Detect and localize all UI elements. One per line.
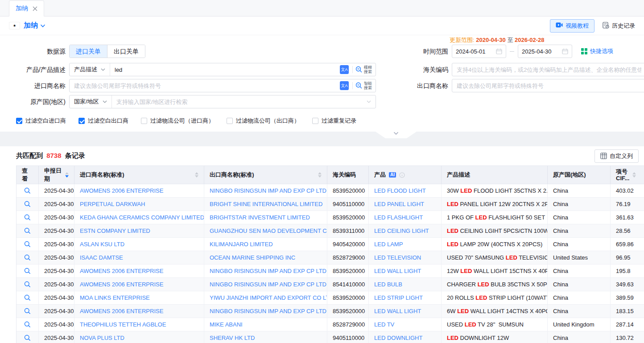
view-record-button[interactable] <box>24 254 31 261</box>
exporter-link[interactable]: KILIMANJARO LIMITED <box>210 241 273 248</box>
importer-link[interactable]: AWOMENS 2006 ENTERPRISE <box>80 281 163 288</box>
translate-icon[interactable]: 文A <box>340 65 349 74</box>
highlighted-keyword: LED <box>447 201 458 207</box>
exporter-link[interactable]: GUANGZHOU SEN MAO DEVELOPMENT C... <box>210 227 327 234</box>
checkbox-icon[interactable] <box>312 118 318 124</box>
date-to-picker[interactable]: 2025-04-30 <box>518 45 572 58</box>
chevron-down-icon[interactable] <box>40 24 45 28</box>
product-link[interactable]: LED DOWNLIGHT <box>374 335 422 341</box>
highlighted-keyword: LED <box>460 187 472 194</box>
importer-link[interactable]: ISAAC DAMTSE <box>80 254 123 261</box>
quick-options-button[interactable]: 快捷选项 <box>581 47 613 55</box>
exporter-link[interactable]: SHERAV HK LTD <box>210 335 255 341</box>
importer-link[interactable]: PERPETUAL DARKWAH <box>80 201 145 207</box>
product-type-select[interactable]: 产品描述 <box>70 63 110 76</box>
exporter-link[interactable]: YIWU JIANZHI IMPORT AND EXPORT CO LTD <box>210 294 327 301</box>
view-record-button[interactable] <box>24 281 31 288</box>
table-row: 2025-04-30 AWOMENS 2006 ENTERPRISE NINGB… <box>17 264 644 278</box>
product-link[interactable]: LED TELEVISION <box>374 254 421 261</box>
importer-link[interactable]: ASLAN KSU LTD <box>80 241 124 248</box>
tab-ghana[interactable]: 加纳 <box>9 0 44 17</box>
magnifier-icon <box>24 227 31 234</box>
importer-search-input[interactable] <box>70 80 340 91</box>
view-record-button[interactable] <box>24 308 31 314</box>
hs-code-input[interactable] <box>452 63 644 76</box>
checkbox-checked-icon[interactable] <box>16 118 22 124</box>
declaration-date: 2025-04-30 <box>39 318 74 331</box>
view-record-button[interactable] <box>24 294 31 301</box>
col-item-cif[interactable]: 项号CIF... <box>611 166 644 184</box>
importer-link[interactable]: THEOPHILUS TETTEH AGBLOE <box>80 321 166 328</box>
importer-link[interactable]: AWOMENS 2006 ENTERPRISE <box>80 268 163 274</box>
highlighted-keyword: LED <box>475 294 487 301</box>
country-title[interactable]: 加纳 <box>24 21 38 30</box>
importer-link[interactable]: AWOMENS 2006 ENTERPRISE <box>80 187 163 194</box>
checkbox-checked-icon[interactable] <box>78 118 85 124</box>
importer-link[interactable]: KEDA GHANA CERAMICS COMPANY LIMITED <box>80 214 204 221</box>
magnifier-icon <box>24 254 31 261</box>
importer-link[interactable]: AWOMENS 2006 ENTERPRISE <box>80 308 163 314</box>
importer-link[interactable]: MOA LINKS ENTERPRISE <box>80 294 150 301</box>
col-date[interactable]: 申报日期 <box>39 166 74 184</box>
product-link[interactable]: LED WALL LIGHT <box>374 268 421 274</box>
video-tutorial-button[interactable]: 视频教程 <box>550 19 594 33</box>
origin-country: China <box>548 291 611 305</box>
exporter-link[interactable]: NINGBO RISINGSUN IMP AND EXP CP LTD <box>210 268 326 274</box>
customize-columns-button[interactable]: 自定义列 <box>594 149 639 163</box>
fuzzy-search-toggle[interactable]: 模糊搜索 <box>353 65 376 74</box>
product-link[interactable]: LED FLOOD LIGHT <box>374 187 426 194</box>
product-link[interactable]: LED FLASHLIGHT <box>374 214 423 221</box>
view-record-button[interactable] <box>24 187 31 194</box>
product-search-input[interactable] <box>110 64 340 75</box>
checkbox-icon[interactable] <box>227 118 233 124</box>
checkbox-icon[interactable] <box>141 118 147 124</box>
view-record-button[interactable] <box>24 227 31 234</box>
exporter-link[interactable]: NINGBO RISINGSUN IMP AND EXP CP LTD <box>210 187 326 194</box>
smart-search-toggle[interactable]: 智能搜索 <box>353 81 376 90</box>
col-importer[interactable]: 进口商名称(标准) <box>74 166 204 184</box>
magnifier-icon <box>24 294 31 301</box>
view-record-button[interactable] <box>24 214 31 221</box>
table-row: 2025-04-30 THEOPHILUS TETTEH AGBLOE MIKE… <box>17 318 644 331</box>
view-record-button[interactable] <box>24 201 31 207</box>
exporter-link[interactable]: BRIGHTSTAR INVESTMENT LIMITED <box>210 214 310 221</box>
view-record-button[interactable] <box>24 241 31 248</box>
product-link[interactable]: LED CEILING LIGHT <box>374 227 429 234</box>
info-icon[interactable] <box>399 172 405 178</box>
tab-export-declarations[interactable]: 出口关单 <box>107 45 145 58</box>
cif-value: 349.63 <box>611 278 644 291</box>
origin-country-input[interactable] <box>112 96 367 107</box>
importer-link[interactable]: NOVA PLUS LTD <box>80 335 124 341</box>
view-record-button[interactable] <box>24 321 31 328</box>
filter-checkbox-item[interactable]: 过滤空白出口商 <box>78 117 128 125</box>
product-link[interactable]: LED WALL LIGHT <box>374 308 421 314</box>
exporter-link[interactable]: NINGBO RISINGSUN IMP AND EXP CP LTD <box>210 308 326 314</box>
exporter-link[interactable]: BRIGHT SHINE INTERNATIONAL LIMITED <box>210 201 322 207</box>
close-icon[interactable] <box>33 6 37 11</box>
exporter-search-input[interactable] <box>452 79 644 92</box>
importer-link[interactable]: ESTN COMPANY LIMITED <box>80 227 150 234</box>
product-link[interactable]: LED BULB <box>374 281 402 288</box>
filter-checkbox-item[interactable]: 过滤重复记录 <box>312 117 356 125</box>
tab-import-declarations[interactable]: 进口关单 <box>70 45 107 58</box>
product-link[interactable]: LED TV <box>374 321 394 328</box>
country-region-select[interactable]: 国家/地区 <box>70 95 112 108</box>
date-from-picker[interactable]: 2024-05-01 <box>452 45 506 58</box>
product-link[interactable]: LED PANEL LIGHT <box>374 201 424 207</box>
filter-checkbox-item[interactable]: 过滤物流公司（出口商） <box>227 117 300 125</box>
importer-search-field: 文A 智能搜索 <box>69 79 376 92</box>
search-minus-icon <box>355 82 363 89</box>
translate-icon[interactable]: 文A <box>340 81 349 90</box>
view-record-button[interactable] <box>24 335 31 341</box>
product-link[interactable]: LED LAMP <box>374 241 403 248</box>
product-link[interactable]: LED STRIP LIGHT <box>374 294 423 301</box>
exporter-link[interactable]: NINGBO RISINGSUN IMP AND EXP CP LTD <box>210 281 326 288</box>
exporter-link[interactable]: MIKE ABANI <box>210 321 243 328</box>
filter-checkbox-item[interactable]: 过滤空白进口商 <box>16 117 66 125</box>
exporter-link[interactable]: OCEAN MARINE SHIPPING INC <box>210 254 295 261</box>
col-exporter[interactable]: 出口商名称(标准) <box>204 166 327 184</box>
collapse-filters-handle[interactable] <box>376 132 417 138</box>
view-record-button[interactable] <box>24 268 31 274</box>
filter-checkbox-item[interactable]: 过滤物流公司（进口商） <box>141 117 214 125</box>
history-button[interactable]: 历史记录 <box>603 22 635 30</box>
